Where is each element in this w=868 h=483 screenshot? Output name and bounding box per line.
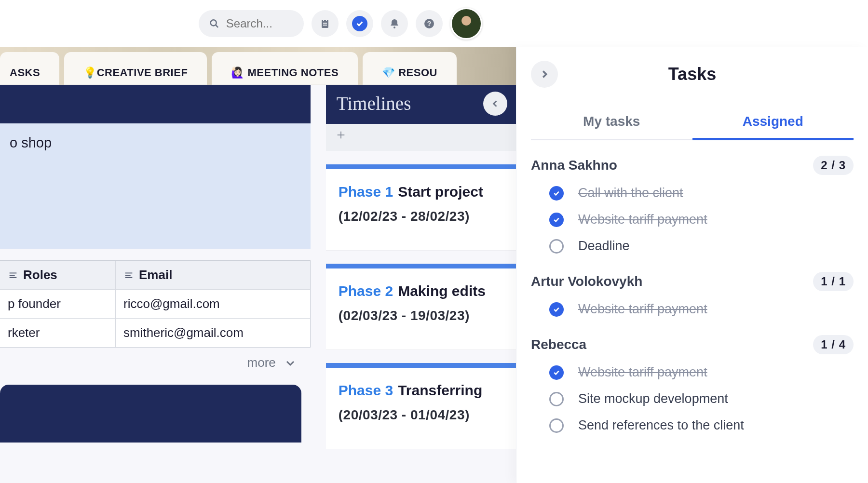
task-checkbox[interactable]	[549, 186, 564, 201]
task-checkbox[interactable]	[549, 418, 564, 433]
cell-role: p founder	[0, 290, 116, 319]
phase-title: Making edits	[398, 283, 486, 299]
check-icon	[553, 189, 560, 197]
bell-icon	[389, 18, 400, 29]
notifications-button[interactable]	[381, 10, 408, 37]
more-toggle[interactable]: more	[0, 348, 311, 378]
search-box[interactable]	[199, 10, 304, 37]
assignee-name: Artur Volokovykh	[531, 274, 642, 289]
task-checkbox[interactable]	[549, 302, 564, 317]
collapse-panel-button[interactable]	[531, 61, 558, 88]
task-label: Call with the client	[578, 186, 683, 201]
tab-creative-brief[interactable]: 💡CREATIVE BRIEF	[64, 52, 207, 85]
plus-icon	[336, 130, 346, 140]
notes-button[interactable]	[312, 10, 339, 37]
notepad-icon	[319, 18, 331, 29]
task-item[interactable]: Deadline	[531, 239, 854, 254]
tab-meeting-notes[interactable]: 🙋🏻‍♀️ MEETING NOTES	[212, 52, 358, 85]
tasks-panel: Tasks My tasks Assigned Anna Sakhno2 / 3…	[516, 47, 868, 483]
svg-rect-6	[323, 25, 327, 26]
task-count-pill: 1 / 1	[813, 272, 854, 291]
contacts-table: Roles Email p founder ricco@gmail.com	[0, 260, 311, 348]
svg-text:?: ?	[427, 20, 432, 27]
tabs-strip: ASKS 💡CREATIVE BRIEF 🙋🏻‍♀️ MEETING NOTES…	[0, 47, 516, 85]
task-item[interactable]: Call with the client	[531, 186, 854, 201]
cell-email: ricco@gmail.com	[116, 290, 310, 319]
chevron-left-icon	[490, 99, 500, 108]
svg-point-7	[393, 27, 395, 28]
task-label: Send references to the client	[578, 418, 744, 433]
column-header-label: Roles	[23, 268, 57, 282]
phase-label: Phase 2	[339, 283, 393, 299]
phase-card[interactable]: Phase 1Start project (12/02/23 - 28/02/2…	[326, 164, 516, 250]
check-icon	[553, 306, 560, 313]
phase-range: (20/03/23 - 01/04/23)	[339, 407, 503, 423]
phase-label: Phase 3	[339, 382, 393, 398]
cell-email: smitheric@gmail.com	[116, 319, 310, 347]
assignee-group: Artur Volokovykh1 / 1Website tariff paym…	[531, 272, 854, 317]
task-item[interactable]: Website tariff payment	[531, 212, 854, 227]
task-item[interactable]: Website tariff payment	[531, 302, 854, 317]
task-item[interactable]: Site mockup development	[531, 391, 854, 406]
assignee-name: Anna Sakhno	[531, 158, 617, 173]
check-circle-icon	[352, 16, 367, 31]
phase-range: (12/02/23 - 28/02/23)	[339, 209, 503, 224]
task-label: Website tariff payment	[578, 302, 707, 317]
task-item[interactable]: Website tariff payment	[531, 365, 854, 380]
task-checkbox[interactable]	[549, 365, 564, 380]
tab-label: 🙋🏻‍♀️ MEETING NOTES	[231, 67, 339, 79]
panel-tabs: My tasks Assigned	[531, 105, 854, 140]
phase-title: Transferring	[398, 382, 482, 398]
card-text: o shop	[10, 135, 301, 151]
card-header-bar	[0, 85, 311, 123]
tab-asks[interactable]: ASKS	[0, 52, 59, 85]
tab-my-tasks[interactable]: My tasks	[531, 105, 692, 139]
help-icon: ?	[423, 18, 435, 29]
chevron-down-icon	[285, 357, 296, 369]
assignee-group: Rebecca1 / 4Website tariff paymentSite m…	[531, 335, 854, 433]
svg-line-1	[216, 25, 218, 27]
phase-label: Phase 1	[339, 184, 393, 200]
avatar[interactable]	[450, 8, 482, 40]
timelines-title: Timelines	[337, 93, 505, 114]
phase-card[interactable]: Phase 2Making edits (02/03/23 - 19/03/23…	[326, 264, 516, 349]
table-row[interactable]: rketer smitheric@gmail.com	[0, 319, 310, 347]
panel-title: Tasks	[558, 64, 854, 84]
task-label: Deadline	[578, 239, 630, 254]
task-item[interactable]: Send references to the client	[531, 418, 854, 433]
text-lines-icon	[8, 270, 18, 281]
task-checkbox[interactable]	[549, 239, 564, 254]
card-body: o shop	[0, 123, 311, 249]
svg-rect-4	[326, 19, 327, 21]
task-label: Site mockup development	[578, 391, 728, 406]
svg-rect-5	[323, 23, 327, 24]
check-icon	[553, 369, 560, 376]
task-checkbox[interactable]	[549, 392, 564, 406]
search-icon	[209, 17, 219, 30]
tab-label: 💡CREATIVE BRIEF	[83, 67, 188, 79]
assignees-list: Anna Sakhno2 / 3Call with the clientWebs…	[516, 140, 868, 451]
cell-role: rketer	[0, 319, 116, 347]
add-phase-row[interactable]	[326, 124, 516, 151]
phase-card[interactable]: Phase 3Transferring (20/03/23 - 01/04/23…	[326, 363, 516, 449]
column-header-roles[interactable]: Roles	[0, 261, 116, 290]
assignee-name: Rebecca	[531, 337, 586, 352]
task-checkbox[interactable]	[549, 213, 564, 227]
tab-resources[interactable]: 💎 RESOU	[363, 52, 457, 85]
text-lines-icon	[123, 270, 134, 281]
search-input[interactable]	[226, 17, 293, 30]
board-area: o shop Roles Email	[0, 85, 516, 483]
tab-label: 💎 RESOU	[382, 67, 437, 79]
tab-assigned[interactable]: Assigned	[692, 105, 854, 140]
task-label: Website tariff payment	[578, 365, 707, 380]
check-icon	[553, 216, 560, 224]
more-label: more	[247, 355, 276, 370]
tasks-button[interactable]	[346, 10, 373, 37]
table-row[interactable]: p founder ricco@gmail.com	[0, 290, 310, 319]
left-column: o shop Roles Email	[0, 85, 311, 483]
assignee-group: Anna Sakhno2 / 3Call with the clientWebs…	[531, 156, 854, 254]
scroll-left-button[interactable]	[483, 92, 507, 116]
column-header-label: Email	[139, 268, 172, 282]
column-header-email[interactable]: Email	[116, 261, 310, 290]
help-button[interactable]: ?	[416, 10, 443, 37]
